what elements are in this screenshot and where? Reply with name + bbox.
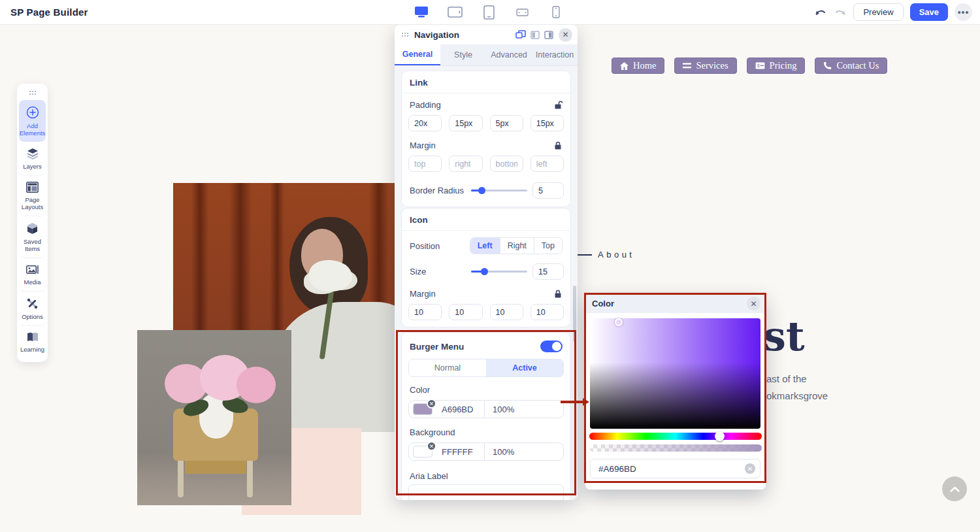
redo-icon[interactable]	[834, 8, 847, 17]
burger-background-field[interactable]: ✕ FFFFFF 100%	[408, 442, 564, 461]
icon-size-input[interactable]	[532, 263, 564, 280]
clear-background-icon[interactable]: ✕	[427, 441, 436, 451]
sidebar-item-learning[interactable]: Learning	[19, 326, 46, 358]
alpha-slider[interactable]	[589, 444, 762, 452]
margin-left-input[interactable]	[531, 156, 564, 172]
icon-position-segment: Left Right Top	[470, 237, 563, 254]
pink-flower	[237, 367, 276, 403]
margin-bottom-input[interactable]	[490, 156, 523, 172]
lock-icon[interactable]	[553, 290, 563, 298]
color-hex-value[interactable]: A696BD	[438, 405, 484, 414]
saturation-selector[interactable]	[615, 318, 623, 326]
position-left-option[interactable]: Left	[470, 238, 500, 254]
saturation-area[interactable]	[590, 318, 760, 429]
sidebar-item-label: Media	[24, 278, 41, 286]
device-phone-landscape-icon[interactable]	[512, 4, 534, 21]
padding-left-input[interactable]	[531, 115, 564, 131]
sidebar-item-label: Options	[22, 313, 43, 320]
hue-handle[interactable]	[715, 431, 725, 441]
panel-scrollbar[interactable]	[573, 286, 576, 342]
float-panel-icon[interactable]	[515, 30, 526, 39]
device-tablet-portrait-icon[interactable]	[478, 4, 500, 21]
burger-menu-section: Burger Menu Normal Active Color ✕ A696BD…	[401, 332, 571, 500]
panel-tabs: General Style Advanced Interaction	[395, 44, 578, 66]
border-radius-slider[interactable]	[471, 190, 527, 191]
sidebar-item-media[interactable]: Media	[19, 258, 46, 291]
save-button[interactable]: Save	[910, 3, 948, 21]
about-label[interactable]: About	[598, 250, 634, 259]
sidebar-item-layers[interactable]: Layers	[19, 142, 46, 176]
chevron-up-icon	[950, 486, 960, 492]
slider-handle[interactable]	[481, 268, 488, 275]
color-picker-close-icon[interactable]: ✕	[747, 297, 760, 310]
nav-button-pricing[interactable]: $ Pricing	[747, 58, 806, 74]
background-swatch[interactable]: ✕	[413, 446, 433, 457]
dock-left-icon[interactable]	[531, 31, 540, 39]
sidebar-drag-handle-icon[interactable]	[29, 89, 37, 100]
icon-margin-left-input[interactable]	[531, 304, 564, 320]
preview-button[interactable]: Preview	[853, 3, 903, 21]
dock-right-icon[interactable]	[544, 31, 553, 39]
sidebar-item-label: Page Layouts	[20, 196, 45, 210]
position-top-option[interactable]: Top	[534, 238, 562, 254]
margin-right-input[interactable]	[449, 156, 482, 172]
panel-title: Navigation	[414, 30, 511, 40]
nav-button-home[interactable]: Home	[612, 58, 664, 74]
icon-margin-bottom-input[interactable]	[490, 304, 523, 320]
navigation-settings-panel: Navigation ✕ General Style Advanced Inte…	[395, 25, 578, 500]
sidebar-item-options[interactable]: Options	[19, 291, 46, 326]
device-switcher	[410, 4, 567, 21]
bars-icon	[683, 63, 691, 69]
more-options-button[interactable]: •••	[955, 3, 972, 21]
photo-flowers-on-chair[interactable]	[137, 330, 291, 505]
burger-menu-toggle[interactable]	[540, 341, 563, 352]
device-phone-portrait-icon[interactable]	[545, 4, 567, 21]
background-hex-value[interactable]: FFFFFF	[438, 447, 484, 457]
slider-handle[interactable]	[478, 187, 485, 194]
nav-button-contact[interactable]: Contact Us	[815, 58, 887, 74]
page-heading-fragment[interactable]: st	[763, 312, 805, 360]
device-desktop-icon[interactable]	[410, 4, 433, 21]
margin-label: Margin	[410, 141, 436, 150]
hex-color-input[interactable]	[590, 459, 760, 478]
background-opacity-value[interactable]: 100%	[485, 447, 563, 457]
border-radius-input[interactable]	[532, 182, 564, 199]
state-active-option[interactable]: Active	[486, 359, 563, 376]
panel-drag-handle-icon[interactable]	[401, 32, 409, 37]
padding-right-input[interactable]	[449, 115, 482, 131]
home-icon	[620, 62, 629, 70]
margin-top-input[interactable]	[408, 156, 442, 172]
color-opacity-value[interactable]: 100%	[485, 405, 563, 414]
clear-color-icon[interactable]: ✕	[427, 399, 436, 408]
color-swatch[interactable]: ✕	[413, 403, 433, 415]
panel-close-icon[interactable]: ✕	[559, 28, 572, 42]
nav-button-services[interactable]: Services	[674, 58, 736, 74]
tab-advanced[interactable]: Advanced	[486, 44, 532, 65]
tab-interaction[interactable]: Interaction	[532, 44, 578, 65]
burger-color-field[interactable]: ✕ A696BD 100%	[408, 400, 564, 418]
icon-margin-top-input[interactable]	[408, 304, 442, 320]
tab-general[interactable]: General	[395, 44, 440, 65]
position-right-option[interactable]: Right	[500, 238, 534, 254]
sidebar-item-page-layouts[interactable]: Page Layouts	[19, 176, 46, 216]
lock-icon[interactable]	[553, 141, 563, 150]
undo-icon[interactable]	[814, 8, 827, 17]
padding-bottom-input[interactable]	[490, 115, 523, 131]
builder-sidebar: Add Elements Layers Page Layouts Saved I…	[17, 84, 48, 362]
state-normal-option[interactable]: Normal	[409, 359, 486, 376]
aria-label-input[interactable]	[408, 484, 564, 500]
scroll-to-top-button[interactable]	[942, 476, 967, 501]
sidebar-item-saved-items[interactable]: Saved Items	[19, 216, 46, 258]
padding-top-input[interactable]	[408, 115, 442, 131]
phone-icon	[823, 61, 832, 70]
sidebar-item-add-elements[interactable]: Add Elements	[19, 100, 46, 142]
icon-size-slider[interactable]	[471, 271, 527, 273]
app-title: SP Page Builder	[10, 7, 88, 18]
device-tablet-landscape-icon[interactable]	[444, 4, 466, 21]
clear-hex-icon[interactable]: ✕	[745, 463, 755, 474]
tab-style[interactable]: Style	[440, 44, 486, 65]
hue-slider[interactable]	[589, 433, 762, 440]
paragraph-fragment: okmarksgrove	[766, 390, 828, 401]
unlock-icon[interactable]	[553, 101, 563, 109]
icon-margin-right-input[interactable]	[449, 304, 482, 320]
